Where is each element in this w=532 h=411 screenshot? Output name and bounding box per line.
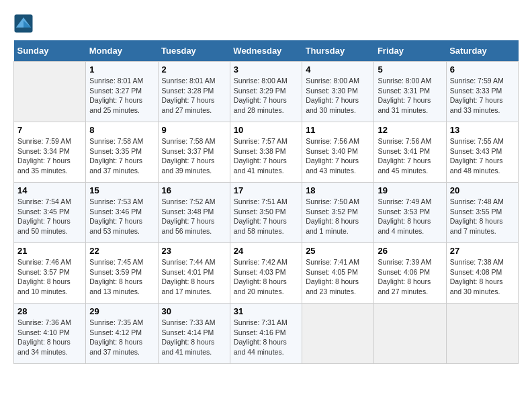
day-header-tuesday: Tuesday: [158, 40, 230, 62]
day-info: Sunrise: 7:49 AMSunset: 3:53 PMDaylight:…: [378, 197, 442, 236]
day-info: Sunrise: 8:00 AMSunset: 3:30 PMDaylight:…: [306, 76, 370, 116]
calendar-cell: 18Sunrise: 7:50 AMSunset: 3:52 PMDayligh…: [302, 183, 374, 243]
calendar-cell: 24Sunrise: 7:42 AMSunset: 4:03 PMDayligh…: [230, 243, 302, 304]
calendar-cell: 4Sunrise: 8:00 AMSunset: 3:30 PMDaylight…: [302, 62, 374, 122]
header: [13, 13, 519, 34]
day-info: Sunrise: 7:56 AMSunset: 3:41 PMDaylight:…: [378, 136, 442, 176]
calendar-cell: 13Sunrise: 7:55 AMSunset: 3:43 PMDayligh…: [446, 122, 518, 183]
calendar-cell: 14Sunrise: 7:54 AMSunset: 3:45 PMDayligh…: [14, 183, 86, 243]
calendar-cell: 11Sunrise: 7:56 AMSunset: 3:40 PMDayligh…: [302, 122, 374, 183]
calendar-cell: 20Sunrise: 7:48 AMSunset: 3:55 PMDayligh…: [446, 183, 518, 243]
day-info: Sunrise: 7:41 AMSunset: 4:05 PMDaylight:…: [306, 257, 370, 297]
day-header-friday: Friday: [374, 40, 446, 62]
calendar-cell: 31Sunrise: 7:31 AMSunset: 4:16 PMDayligh…: [230, 304, 302, 364]
day-info: Sunrise: 7:42 AMSunset: 4:03 PMDaylight:…: [234, 257, 298, 297]
day-info: Sunrise: 7:51 AMSunset: 3:50 PMDaylight:…: [234, 197, 298, 236]
day-info: Sunrise: 7:31 AMSunset: 4:16 PMDaylight:…: [234, 318, 298, 357]
day-header-monday: Monday: [86, 40, 158, 62]
day-info: Sunrise: 7:55 AMSunset: 3:43 PMDaylight:…: [450, 136, 515, 176]
calendar-table: SundayMondayTuesdayWednesdayThursdayFrid…: [13, 40, 519, 364]
day-number: 23: [162, 246, 226, 256]
day-number: 30: [162, 306, 226, 316]
week-row-3: 14Sunrise: 7:54 AMSunset: 3:45 PMDayligh…: [14, 183, 519, 243]
calendar-cell: 17Sunrise: 7:51 AMSunset: 3:50 PMDayligh…: [230, 183, 302, 243]
day-info: Sunrise: 7:58 AMSunset: 3:35 PMDaylight:…: [89, 136, 154, 176]
calendar-cell: 15Sunrise: 7:53 AMSunset: 3:46 PMDayligh…: [86, 183, 158, 243]
day-number: 16: [162, 185, 226, 195]
calendar-cell: 9Sunrise: 7:58 AMSunset: 3:37 PMDaylight…: [158, 122, 230, 183]
calendar-cell: 12Sunrise: 7:56 AMSunset: 3:41 PMDayligh…: [374, 122, 446, 183]
day-number: 17: [234, 185, 298, 195]
day-info: Sunrise: 7:46 AMSunset: 3:57 PMDaylight:…: [17, 257, 82, 297]
day-number: 11: [306, 125, 370, 135]
calendar-cell: [14, 62, 86, 122]
day-info: Sunrise: 7:38 AMSunset: 4:08 PMDaylight:…: [450, 257, 515, 297]
day-header-thursday: Thursday: [302, 40, 374, 62]
day-info: Sunrise: 7:45 AMSunset: 3:59 PMDaylight:…: [89, 257, 154, 297]
day-info: Sunrise: 7:53 AMSunset: 3:46 PMDaylight:…: [89, 197, 154, 236]
day-number: 24: [234, 246, 298, 256]
calendar-cell: 5Sunrise: 8:00 AMSunset: 3:31 PMDaylight…: [374, 62, 446, 122]
calendar-cell: 26Sunrise: 7:39 AMSunset: 4:06 PMDayligh…: [374, 243, 446, 304]
day-number: 25: [306, 246, 370, 256]
logo: [13, 13, 37, 34]
calendar-cell: 2Sunrise: 8:01 AMSunset: 3:28 PMDaylight…: [158, 62, 230, 122]
calendar-cell: 28Sunrise: 7:36 AMSunset: 4:10 PMDayligh…: [14, 304, 86, 364]
day-number: 12: [378, 125, 442, 135]
day-header-wednesday: Wednesday: [230, 40, 302, 62]
day-number: 18: [306, 185, 370, 195]
logo-icon: [13, 13, 34, 34]
day-info: Sunrise: 7:56 AMSunset: 3:40 PMDaylight:…: [306, 136, 370, 176]
calendar-cell: 10Sunrise: 7:57 AMSunset: 3:38 PMDayligh…: [230, 122, 302, 183]
calendar-cell: 3Sunrise: 8:00 AMSunset: 3:29 PMDaylight…: [230, 62, 302, 122]
week-row-4: 21Sunrise: 7:46 AMSunset: 3:57 PMDayligh…: [14, 243, 519, 304]
day-info: Sunrise: 7:48 AMSunset: 3:55 PMDaylight:…: [450, 197, 515, 236]
day-info: Sunrise: 8:00 AMSunset: 3:29 PMDaylight:…: [234, 76, 298, 116]
calendar-cell: 21Sunrise: 7:46 AMSunset: 3:57 PMDayligh…: [14, 243, 86, 304]
day-number: 21: [17, 246, 82, 256]
calendar-cell: 6Sunrise: 7:59 AMSunset: 3:33 PMDaylight…: [446, 62, 518, 122]
calendar-cell: 19Sunrise: 7:49 AMSunset: 3:53 PMDayligh…: [374, 183, 446, 243]
day-number: 27: [450, 246, 515, 256]
calendar-cell: 30Sunrise: 7:33 AMSunset: 4:14 PMDayligh…: [158, 304, 230, 364]
day-number: 7: [17, 125, 82, 135]
day-header-sunday: Sunday: [14, 40, 86, 62]
week-row-2: 7Sunrise: 7:59 AMSunset: 3:34 PMDaylight…: [14, 122, 519, 183]
day-info: Sunrise: 7:54 AMSunset: 3:45 PMDaylight:…: [17, 197, 82, 236]
day-number: 5: [378, 64, 442, 75]
calendar-cell: 7Sunrise: 7:59 AMSunset: 3:34 PMDaylight…: [14, 122, 86, 183]
day-info: Sunrise: 7:44 AMSunset: 4:01 PMDaylight:…: [162, 257, 226, 297]
day-number: 14: [17, 185, 82, 195]
day-number: 28: [17, 306, 82, 316]
day-number: 10: [234, 125, 298, 135]
calendar-cell: 23Sunrise: 7:44 AMSunset: 4:01 PMDayligh…: [158, 243, 230, 304]
day-number: 6: [450, 64, 515, 75]
day-info: Sunrise: 7:52 AMSunset: 3:48 PMDaylight:…: [162, 197, 226, 236]
day-info: Sunrise: 7:39 AMSunset: 4:06 PMDaylight:…: [378, 257, 442, 297]
calendar-cell: 8Sunrise: 7:58 AMSunset: 3:35 PMDaylight…: [86, 122, 158, 183]
day-number: 9: [162, 125, 226, 135]
day-number: 26: [378, 246, 442, 256]
day-info: Sunrise: 7:33 AMSunset: 4:14 PMDaylight:…: [162, 318, 226, 357]
day-info: Sunrise: 8:01 AMSunset: 3:27 PMDaylight:…: [89, 76, 154, 116]
day-number: 13: [450, 125, 515, 135]
calendar-cell: [302, 304, 374, 364]
day-number: 19: [378, 185, 442, 195]
day-header-row: SundayMondayTuesdayWednesdayThursdayFrid…: [14, 40, 519, 62]
day-info: Sunrise: 7:59 AMSunset: 3:34 PMDaylight:…: [17, 136, 82, 176]
calendar-cell: 22Sunrise: 7:45 AMSunset: 3:59 PMDayligh…: [86, 243, 158, 304]
day-info: Sunrise: 7:36 AMSunset: 4:10 PMDaylight:…: [17, 318, 82, 357]
week-row-5: 28Sunrise: 7:36 AMSunset: 4:10 PMDayligh…: [14, 304, 519, 364]
day-info: Sunrise: 7:57 AMSunset: 3:38 PMDaylight:…: [234, 136, 298, 176]
calendar-cell: 1Sunrise: 8:01 AMSunset: 3:27 PMDaylight…: [86, 62, 158, 122]
day-header-saturday: Saturday: [446, 40, 518, 62]
day-number: 31: [234, 306, 298, 316]
calendar-cell: [446, 304, 518, 364]
week-row-1: 1Sunrise: 8:01 AMSunset: 3:27 PMDaylight…: [14, 62, 519, 122]
day-info: Sunrise: 7:58 AMSunset: 3:37 PMDaylight:…: [162, 136, 226, 176]
day-number: 22: [89, 246, 154, 256]
day-number: 1: [89, 64, 154, 75]
day-number: 20: [450, 185, 515, 195]
calendar-cell: 29Sunrise: 7:35 AMSunset: 4:12 PMDayligh…: [86, 304, 158, 364]
day-number: 2: [162, 64, 226, 75]
